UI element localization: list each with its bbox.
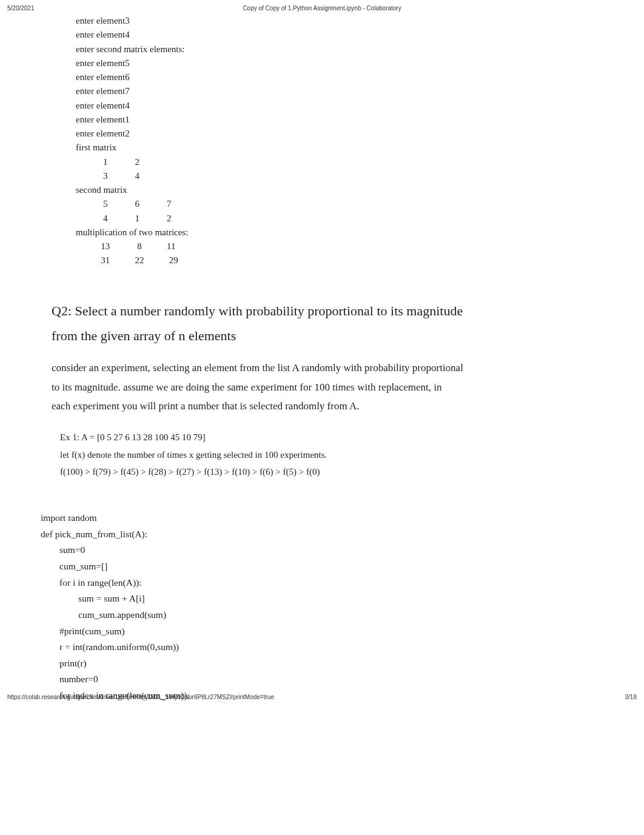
output-line: enter element5 (76, 56, 602, 70)
output-line: enter element3 (76, 14, 602, 28)
output-line: first matrix (76, 141, 602, 155)
output-line: 1 2 (76, 155, 602, 169)
code-line: number=0 (41, 671, 602, 688)
heading-line-1: Q2: Select a number randomly with probab… (52, 298, 602, 324)
output-line: enter element4 (76, 99, 602, 113)
code-line: for i in range(len(A)): (41, 575, 602, 591)
code-line: r = int(random.uniform(0,sum)) (41, 639, 602, 656)
header-title: Copy of Copy of 1.Python Assignment.ipyn… (243, 5, 401, 12)
page-header: 5/20/2021 Copy of Copy of 1.Python Assig… (0, 0, 644, 14)
program-output: enter element3 enter element4 enter seco… (52, 14, 602, 268)
code-line: import random (41, 510, 602, 526)
paragraph-line: each experiment you will print a number … (52, 397, 602, 415)
output-line: 4 1 2 (76, 212, 602, 226)
code-line: #print(cum_sum) (41, 623, 602, 640)
footer-page-number: 3/18 (625, 694, 637, 700)
code-line: cum_sum.append(sum) (41, 607, 602, 623)
output-line: multiplication of two matrices: (76, 226, 602, 240)
output-line: 13 8 11 (76, 240, 602, 253)
output-line: 31 22 29 (76, 253, 602, 267)
example-block: Ex 1: A = [0 5 27 6 13 28 100 45 10 79] … (52, 429, 602, 481)
example-line: Ex 1: A = [0 5 27 6 13 28 100 45 10 79] (60, 429, 602, 446)
page-footer: https://colab.research.google.com/drive/… (7, 694, 637, 700)
output-line: enter element4 (76, 28, 602, 42)
heading-line-2: from the given array of n elements (52, 323, 602, 349)
output-line: second matrix (76, 183, 602, 197)
question-heading: Q2: Select a number randomly with probab… (52, 298, 602, 349)
code-line: print(r) (41, 656, 602, 672)
output-line: enter element6 (76, 70, 602, 84)
example-line: f(100) > f(79) > f(45) > f(28) > f(27) >… (60, 463, 602, 481)
paragraph-line: consider an experiment, selecting an ele… (52, 358, 602, 377)
output-line: enter element2 (76, 127, 602, 141)
main-content: enter element3 enter element4 enter seco… (0, 14, 644, 704)
output-line: enter element1 (76, 113, 602, 127)
output-line: 5 6 7 (76, 197, 602, 211)
paragraph-line: to its magnitude. assume we are doing th… (52, 378, 602, 397)
example-line: let f(x) denote the number of times x ge… (60, 446, 602, 464)
output-line: enter element7 (76, 84, 602, 98)
question-description: consider an experiment, selecting an ele… (52, 358, 602, 415)
code-line: cum_sum=[] (41, 558, 602, 575)
code-line: sum = sum + A[i] (41, 591, 602, 607)
output-line: enter second matrix elements: (76, 42, 602, 56)
header-date: 5/20/2021 (7, 5, 35, 12)
footer-url: https://colab.research.google.com/drive/… (7, 694, 274, 700)
code-block: import random def pick_num_from_list(A):… (41, 510, 602, 704)
code-line: sum=0 (41, 542, 602, 558)
code-line: def pick_num_from_list(A): (41, 526, 602, 543)
output-line: 3 4 (76, 169, 602, 183)
